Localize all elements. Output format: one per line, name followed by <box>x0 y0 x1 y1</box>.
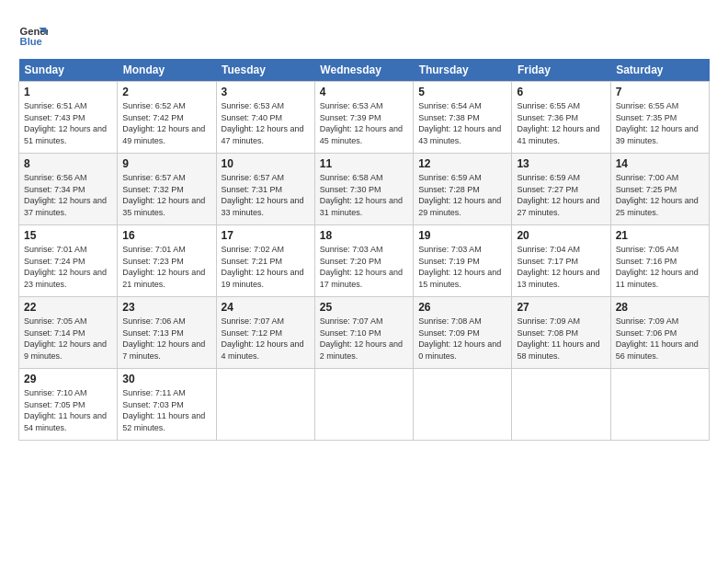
day-number: 2 <box>122 86 210 98</box>
day-number: 23 <box>122 301 210 314</box>
day-info: Sunrise: 7:09 AMSunset: 7:06 PMDaylight:… <box>616 316 704 362</box>
svg-text:Blue: Blue <box>20 36 42 47</box>
calendar-header-cell: Sunday <box>19 59 118 82</box>
day-number: 28 <box>616 301 704 314</box>
calendar-cell: 13 Sunrise: 6:59 AMSunset: 7:27 PMDaylig… <box>512 154 610 225</box>
day-info: Sunrise: 6:57 AMSunset: 7:31 PMDaylight:… <box>222 172 310 218</box>
day-info: Sunrise: 7:06 AMSunset: 7:13 PMDaylight:… <box>122 316 210 362</box>
logo-icon: General Blue <box>18 20 48 50</box>
day-number: 19 <box>418 229 506 242</box>
calendar-cell: 30 Sunrise: 7:11 AMSunset: 7:03 PMDaylig… <box>118 369 216 441</box>
day-number: 30 <box>122 373 210 385</box>
day-info: Sunrise: 6:59 AMSunset: 7:27 PMDaylight:… <box>517 172 605 218</box>
calendar-cell: 24 Sunrise: 7:07 AMSunset: 7:12 PMDaylig… <box>216 297 314 369</box>
calendar-cell: 22 Sunrise: 7:05 AMSunset: 7:14 PMDaylig… <box>19 297 118 369</box>
calendar-cell: 16 Sunrise: 7:01 AMSunset: 7:23 PMDaylig… <box>118 225 216 297</box>
day-info: Sunrise: 6:52 AMSunset: 7:42 PMDaylight:… <box>122 100 210 146</box>
day-number: 24 <box>222 301 310 314</box>
day-number: 13 <box>517 157 605 170</box>
page-container: General Blue SundayMondayTuesdayWednesda… <box>0 0 728 450</box>
calendar-header-cell: Friday <box>512 59 610 82</box>
calendar-body: 1 Sunrise: 6:51 AMSunset: 7:43 PMDayligh… <box>19 82 710 441</box>
calendar-cell: 23 Sunrise: 7:06 AMSunset: 7:13 PMDaylig… <box>118 297 216 369</box>
day-info: Sunrise: 6:53 AMSunset: 7:39 PMDaylight:… <box>320 100 408 146</box>
day-info: Sunrise: 6:53 AMSunset: 7:40 PMDaylight:… <box>222 100 310 146</box>
calendar-cell: 6 Sunrise: 6:55 AMSunset: 7:36 PMDayligh… <box>512 82 610 154</box>
day-info: Sunrise: 7:00 AMSunset: 7:25 PMDaylight:… <box>616 172 704 218</box>
calendar-cell: 7 Sunrise: 6:55 AMSunset: 7:35 PMDayligh… <box>610 82 709 154</box>
day-info: Sunrise: 6:51 AMSunset: 7:43 PMDaylight:… <box>24 100 112 146</box>
day-number: 26 <box>418 301 506 314</box>
calendar-cell <box>414 369 512 441</box>
day-info: Sunrise: 6:54 AMSunset: 7:38 PMDaylight:… <box>418 100 506 146</box>
calendar-cell: 21 Sunrise: 7:05 AMSunset: 7:16 PMDaylig… <box>610 225 709 297</box>
calendar-cell <box>314 369 413 441</box>
day-number: 14 <box>616 157 704 170</box>
day-info: Sunrise: 7:11 AMSunset: 7:03 PMDaylight:… <box>122 387 210 433</box>
calendar-row: 29 Sunrise: 7:10 AMSunset: 7:05 PMDaylig… <box>19 369 710 441</box>
day-info: Sunrise: 6:56 AMSunset: 7:34 PMDaylight:… <box>24 172 112 218</box>
header: General Blue <box>18 17 710 50</box>
day-info: Sunrise: 7:08 AMSunset: 7:09 PMDaylight:… <box>418 316 506 362</box>
calendar-row: 1 Sunrise: 6:51 AMSunset: 7:43 PMDayligh… <box>19 82 710 154</box>
calendar-cell: 17 Sunrise: 7:02 AMSunset: 7:21 PMDaylig… <box>216 225 314 297</box>
day-number: 1 <box>24 86 112 98</box>
day-number: 9 <box>122 157 210 170</box>
calendar-cell: 3 Sunrise: 6:53 AMSunset: 7:40 PMDayligh… <box>216 82 314 154</box>
calendar-cell: 9 Sunrise: 6:57 AMSunset: 7:32 PMDayligh… <box>118 154 216 225</box>
calendar-cell: 27 Sunrise: 7:09 AMSunset: 7:08 PMDaylig… <box>512 297 610 369</box>
calendar-header-cell: Monday <box>118 59 216 82</box>
day-number: 21 <box>616 229 704 242</box>
calendar-cell: 29 Sunrise: 7:10 AMSunset: 7:05 PMDaylig… <box>19 369 118 441</box>
calendar-cell: 1 Sunrise: 6:51 AMSunset: 7:43 PMDayligh… <box>19 82 118 154</box>
calendar-cell: 4 Sunrise: 6:53 AMSunset: 7:39 PMDayligh… <box>314 82 413 154</box>
day-info: Sunrise: 6:57 AMSunset: 7:32 PMDaylight:… <box>122 172 210 218</box>
calendar-row: 8 Sunrise: 6:56 AMSunset: 7:34 PMDayligh… <box>19 154 710 225</box>
day-number: 16 <box>122 229 210 242</box>
day-info: Sunrise: 7:01 AMSunset: 7:23 PMDaylight:… <box>122 244 210 290</box>
day-number: 7 <box>616 86 704 98</box>
calendar-row: 15 Sunrise: 7:01 AMSunset: 7:24 PMDaylig… <box>19 225 710 297</box>
day-number: 20 <box>517 229 605 242</box>
day-number: 22 <box>24 301 112 314</box>
day-number: 10 <box>222 157 310 170</box>
calendar-cell: 2 Sunrise: 6:52 AMSunset: 7:42 PMDayligh… <box>118 82 216 154</box>
day-info: Sunrise: 6:59 AMSunset: 7:28 PMDaylight:… <box>418 172 506 218</box>
calendar-cell: 11 Sunrise: 6:58 AMSunset: 7:30 PMDaylig… <box>314 154 413 225</box>
day-info: Sunrise: 7:01 AMSunset: 7:24 PMDaylight:… <box>24 244 112 290</box>
calendar-cell: 5 Sunrise: 6:54 AMSunset: 7:38 PMDayligh… <box>414 82 512 154</box>
calendar-row: 22 Sunrise: 7:05 AMSunset: 7:14 PMDaylig… <box>19 297 710 369</box>
day-number: 5 <box>418 86 506 98</box>
day-number: 11 <box>320 157 408 170</box>
day-info: Sunrise: 7:03 AMSunset: 7:20 PMDaylight:… <box>320 244 408 290</box>
calendar-cell: 15 Sunrise: 7:01 AMSunset: 7:24 PMDaylig… <box>19 225 118 297</box>
calendar-cell: 14 Sunrise: 7:00 AMSunset: 7:25 PMDaylig… <box>610 154 709 225</box>
day-info: Sunrise: 7:03 AMSunset: 7:19 PMDaylight:… <box>418 244 506 290</box>
calendar-header-cell: Saturday <box>610 59 709 82</box>
day-info: Sunrise: 7:09 AMSunset: 7:08 PMDaylight:… <box>517 316 605 362</box>
day-number: 15 <box>24 229 112 242</box>
calendar-header-cell: Thursday <box>414 59 512 82</box>
day-info: Sunrise: 7:02 AMSunset: 7:21 PMDaylight:… <box>222 244 310 290</box>
calendar-cell <box>610 369 709 441</box>
calendar-table: SundayMondayTuesdayWednesdayThursdayFrid… <box>18 59 710 441</box>
day-number: 27 <box>517 301 605 314</box>
calendar-header-cell: Tuesday <box>216 59 314 82</box>
calendar-cell: 10 Sunrise: 6:57 AMSunset: 7:31 PMDaylig… <box>216 154 314 225</box>
calendar-cell: 28 Sunrise: 7:09 AMSunset: 7:06 PMDaylig… <box>610 297 709 369</box>
day-number: 4 <box>320 86 408 98</box>
calendar-cell <box>216 369 314 441</box>
day-number: 8 <box>24 157 112 170</box>
day-info: Sunrise: 7:07 AMSunset: 7:12 PMDaylight:… <box>222 316 310 362</box>
day-number: 17 <box>222 229 310 242</box>
calendar-header-cell: Wednesday <box>314 59 413 82</box>
calendar-cell: 12 Sunrise: 6:59 AMSunset: 7:28 PMDaylig… <box>414 154 512 225</box>
day-info: Sunrise: 7:07 AMSunset: 7:10 PMDaylight:… <box>320 316 408 362</box>
day-info: Sunrise: 7:05 AMSunset: 7:14 PMDaylight:… <box>24 316 112 362</box>
day-number: 6 <box>517 86 605 98</box>
calendar-header-row: SundayMondayTuesdayWednesdayThursdayFrid… <box>19 59 710 82</box>
calendar-cell: 8 Sunrise: 6:56 AMSunset: 7:34 PMDayligh… <box>19 154 118 225</box>
day-number: 12 <box>418 157 506 170</box>
calendar-cell: 19 Sunrise: 7:03 AMSunset: 7:19 PMDaylig… <box>414 225 512 297</box>
calendar-cell: 20 Sunrise: 7:04 AMSunset: 7:17 PMDaylig… <box>512 225 610 297</box>
